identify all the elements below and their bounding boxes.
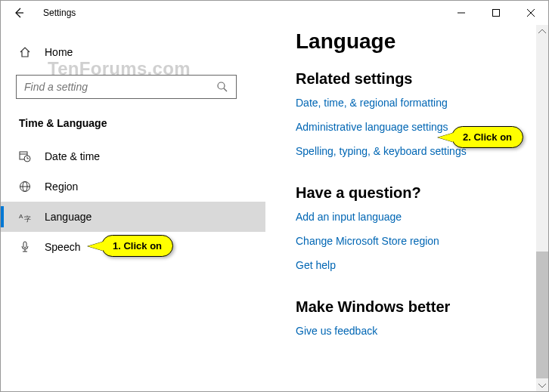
sidebar: Home Time & Language Date & time Region … [1,25,265,391]
link-get-help[interactable]: Get help [296,259,548,271]
link-add-input-language[interactable]: Add an input language [296,211,548,223]
language-icon: A字 [19,211,31,223]
svg-point-5 [218,82,225,89]
svg-text:A: A [19,213,23,220]
related-settings-header: Related settings [296,70,548,88]
chevron-up-icon [538,29,546,34]
link-date-regional[interactable]: Date, time, & regional formatting [296,97,548,109]
page-title: Language [296,29,548,54]
close-icon [527,9,535,17]
scroll-down-arrow[interactable] [536,378,548,391]
nav-label: Speech [45,241,80,253]
better-header: Make Windows better [296,298,548,316]
category-header: Time & Language [1,114,265,141]
back-button[interactable] [1,1,37,25]
minimize-button[interactable] [444,1,479,25]
svg-text:字: 字 [24,215,31,223]
svg-rect-2 [493,10,500,17]
window-title: Settings [43,8,76,18]
link-change-store-region[interactable]: Change Microsoft Store region [296,235,548,247]
globe-icon [19,181,31,193]
close-button[interactable] [513,1,548,25]
back-icon [13,7,25,19]
search-input-container[interactable] [16,75,237,99]
svg-line-6 [224,88,227,91]
nav-date-time[interactable]: Date & time [1,141,265,171]
nav-language[interactable]: A字 Language [1,202,265,232]
search-input[interactable] [24,81,216,93]
home-label: Home [45,46,73,58]
home-nav[interactable]: Home [1,40,265,64]
microphone-icon [19,241,31,253]
nav-label: Language [45,211,92,223]
link-admin-language[interactable]: Administrative language settings [296,121,548,133]
svg-rect-17 [23,242,26,248]
search-icon [216,81,228,93]
main-panel: Language Related settings Date, time, & … [265,25,548,391]
scroll-thumb[interactable] [536,252,548,378]
link-feedback[interactable]: Give us feedback [296,325,548,337]
scrollbar[interactable] [536,25,548,391]
question-header: Have a question? [296,184,548,202]
maximize-icon [492,9,500,17]
titlebar: Settings [1,1,548,25]
maximize-button[interactable] [479,1,513,25]
minimize-icon [458,9,465,17]
home-icon [19,46,31,58]
nav-speech[interactable]: Speech [1,232,265,262]
nav-label: Region [45,181,78,193]
link-spelling-keyboard[interactable]: Spelling, typing, & keyboard settings [296,145,548,157]
window-controls [444,1,548,25]
calendar-clock-icon [19,150,31,162]
nav-label: Date & time [45,150,100,162]
scroll-up-arrow[interactable] [536,25,548,38]
nav-region[interactable]: Region [1,171,265,202]
chevron-down-icon [538,383,546,387]
